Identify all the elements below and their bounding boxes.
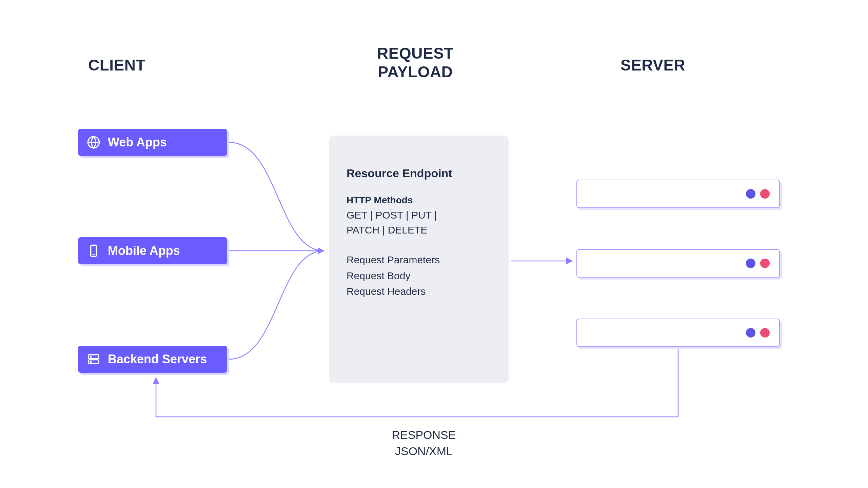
server-card-2 <box>576 249 780 278</box>
status-dot-blue <box>746 189 755 199</box>
response-line1: RESPONSE <box>392 428 456 441</box>
response-label: RESPONSE JSON/XML <box>376 427 471 459</box>
client-label-web: Web Apps <box>108 135 167 149</box>
payload-item-parameters: Request Parameters <box>347 252 491 268</box>
mobile-icon <box>87 244 100 258</box>
client-card-mobile-apps: Mobile Apps <box>78 237 227 264</box>
request-payload-panel: Resource Endpoint HTTP Methods GET | POS… <box>329 136 509 383</box>
payload-methods-line2: PATCH | DELETE <box>347 224 427 236</box>
client-card-backend-servers: Backend Servers <box>78 346 227 373</box>
server-icon <box>87 352 100 366</box>
payload-methods-line1: GET | POST | PUT | <box>347 209 437 221</box>
heading-request-payload: REQUEST PAYLOAD <box>327 44 504 81</box>
payload-http-heading: HTTP Methods <box>347 195 491 206</box>
status-dot-pink <box>760 189 770 199</box>
client-card-web-apps: Web Apps <box>78 129 227 156</box>
payload-item-headers: Request Headers <box>347 284 491 300</box>
payload-http-methods: GET | POST | PUT | PATCH | DELETE <box>347 208 491 237</box>
status-dot-blue <box>746 259 755 268</box>
diagram-canvas: CLIENT REQUEST PAYLOAD SERVER Web Apps M… <box>0 0 868 488</box>
status-dot-blue <box>746 328 755 338</box>
server-card-1 <box>576 180 780 208</box>
arrow-backend-to-payload <box>229 251 324 359</box>
svg-point-6 <box>90 356 91 357</box>
payload-title: Resource Endpoint <box>347 167 491 180</box>
status-dot-pink <box>760 259 770 268</box>
heading-client: CLIENT <box>88 56 145 74</box>
payload-item-body: Request Body <box>347 268 491 284</box>
client-label-backend: Backend Servers <box>108 352 207 366</box>
client-label-mobile: Mobile Apps <box>108 244 180 258</box>
response-line2: JSON/XML <box>395 445 453 458</box>
heading-request-line1: REQUEST <box>377 44 454 62</box>
svg-point-7 <box>90 361 91 362</box>
heading-server: SERVER <box>620 56 685 74</box>
payload-item-list: Request Parameters Request Body Request … <box>347 252 491 300</box>
server-card-3 <box>576 319 780 347</box>
heading-request-line2: PAYLOAD <box>378 63 453 81</box>
status-dot-pink <box>760 328 770 338</box>
arrow-web-to-payload <box>229 142 324 251</box>
globe-icon <box>87 136 100 149</box>
